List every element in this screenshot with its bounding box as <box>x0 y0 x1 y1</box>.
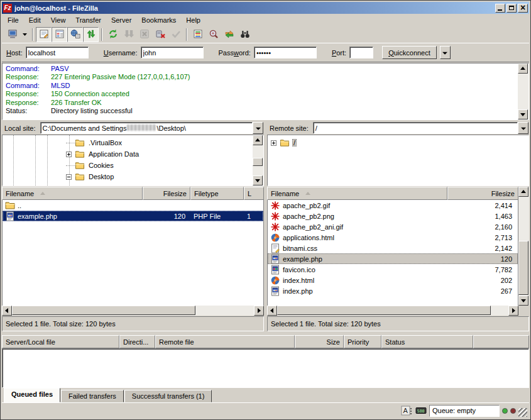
speed-limits-icon[interactable]: 580 <box>415 406 427 416</box>
host-input[interactable] <box>26 47 89 58</box>
filter-button[interactable] <box>190 27 205 42</box>
scroll-left-button[interactable] <box>2 306 12 316</box>
file-row-index-html[interactable]: index.html202 <box>268 275 518 285</box>
synchronized-browsing-button[interactable] <box>221 27 237 42</box>
column-header-filesize[interactable]: Filesize <box>447 187 518 200</box>
queue-column-remote-file[interactable]: Remote file <box>155 335 295 348</box>
file-row-applications-html[interactable]: applications.html2,713 <box>268 232 518 243</box>
queue-column-size[interactable]: Size <box>295 335 344 348</box>
local-list-hscrollbar[interactable] <box>2 306 264 316</box>
scroll-down-button[interactable] <box>518 109 528 119</box>
scrollbar-thumb[interactable] <box>277 306 491 315</box>
queue-column-blank[interactable] <box>473 335 529 348</box>
tab-successful-transfers-1[interactable]: Successful transfers (1) <box>124 390 212 402</box>
password-input[interactable] <box>254 47 317 58</box>
file-row-[interactable]: .. <box>3 200 263 211</box>
find-files-button[interactable] <box>237 27 253 42</box>
local-tree-scrollbar[interactable] <box>253 135 263 185</box>
queue-column-server-local-file[interactable]: Server/Local file <box>2 335 119 348</box>
file-row-example-php[interactable]: example.php120 <box>268 253 518 264</box>
file-row-apache-pb2-ani-gif[interactable]: apache_pb2_ani.gif2,160 <box>268 221 518 232</box>
queue-column-status[interactable]: Status <box>381 335 473 348</box>
tree-item-desktop[interactable]: Desktop <box>3 171 253 182</box>
scroll-up-button[interactable] <box>518 64 528 74</box>
scroll-right-button[interactable] <box>254 306 264 316</box>
tree-item-[interactable]: / <box>268 137 528 148</box>
scroll-down-button[interactable] <box>253 175 263 185</box>
column-header-l[interactable]: L <box>244 187 264 200</box>
collapse-icon[interactable] <box>66 174 72 180</box>
expand-icon[interactable] <box>66 152 72 157</box>
tree-item-label[interactable]: Application Data <box>87 150 140 158</box>
remote-site-dropdown-button[interactable] <box>518 122 528 134</box>
site-manager-dropdown-button[interactable] <box>20 27 30 42</box>
reconnect-button[interactable] <box>168 27 183 42</box>
resize-grip[interactable] <box>518 408 527 417</box>
column-header-filesize[interactable]: Filesize <box>143 187 190 200</box>
tab-queued-files[interactable]: Queued files <box>4 388 60 402</box>
menu-view[interactable]: View <box>46 15 71 25</box>
scroll-up-button[interactable] <box>253 135 263 145</box>
tree-item-virtualbox[interactable]: .VirtualBox <box>3 137 253 148</box>
find-icon <box>240 29 250 40</box>
column-header-filetype[interactable]: Filetype <box>190 187 244 200</box>
quickconnect-dropdown-button[interactable] <box>440 46 451 59</box>
file-row-example-php[interactable]: example.php120PHP File1 <box>3 211 263 221</box>
scrollbar-thumb[interactable] <box>12 306 195 315</box>
compare-button[interactable] <box>205 27 221 42</box>
file-row-apache-pb2-gif[interactable]: apache_pb2.gif2,414 <box>268 200 518 211</box>
tab-failed-transfers[interactable]: Failed transfers <box>61 390 124 402</box>
file-row-bitnami-css[interactable]: bitnami.css2,142 <box>268 243 518 253</box>
menu-server[interactable]: Server <box>106 15 136 25</box>
local-site-combobox[interactable]: C:\Documents and Settings\Desktop\ <box>40 122 263 134</box>
scrollbar-thumb[interactable] <box>253 158 263 166</box>
file-row-apache-pb2-png[interactable]: apache_pb2.png1,463 <box>268 211 518 221</box>
disconnect-button[interactable] <box>152 27 168 42</box>
message-log-scrollbar[interactable] <box>518 64 528 119</box>
scroll-up-button[interactable] <box>518 187 528 197</box>
tree-item-cookies[interactable]: Cookies <box>3 160 253 171</box>
cancel-operation-button[interactable] <box>136 27 152 42</box>
menu-transfer[interactable]: Transfer <box>70 15 106 25</box>
refresh-button[interactable] <box>105 27 121 42</box>
file-name-cell: favicon.ico <box>268 265 448 275</box>
expand-icon[interactable] <box>271 140 276 146</box>
process-queue-button[interactable] <box>121 27 136 42</box>
local-site-dropdown-button[interactable] <box>253 122 263 134</box>
scroll-left-button[interactable] <box>267 306 277 316</box>
remote-list-hscrollbar[interactable] <box>267 306 518 316</box>
file-row-index-php[interactable]: index.php267 <box>268 285 518 296</box>
file-row-favicon-ico[interactable]: favicon.ico7,782 <box>268 264 518 275</box>
remote-site-combobox[interactable]: / <box>313 122 528 134</box>
maximize-button[interactable] <box>506 4 517 13</box>
menu-help[interactable]: Help <box>181 15 205 25</box>
scroll-down-button[interactable] <box>518 296 528 306</box>
toggle-message-log-button[interactable] <box>36 27 52 42</box>
menu-edit[interactable]: Edit <box>24 15 46 25</box>
column-header-filename[interactable]: Filename <box>267 187 447 200</box>
scroll-right-button[interactable] <box>508 306 518 316</box>
minimize-button[interactable] <box>495 4 505 13</box>
menu-bookmarks[interactable]: Bookmarks <box>136 15 181 25</box>
toggle-local-tree-button[interactable] <box>52 27 67 42</box>
scrollbar-thumb[interactable] <box>518 241 528 295</box>
tree-item-label[interactable]: .VirtualBox <box>87 139 123 146</box>
site-manager-button[interactable] <box>4 27 20 42</box>
username-label: Username: <box>104 49 138 57</box>
transfer-type-indicator-icon[interactable]: A <box>400 406 412 416</box>
close-button[interactable] <box>518 4 528 13</box>
quickconnect-button[interactable]: Quickconnect <box>382 46 437 59</box>
username-input[interactable] <box>141 47 204 58</box>
tree-item-label[interactable]: Desktop <box>87 173 115 180</box>
column-header-filename[interactable]: Filename <box>2 187 143 200</box>
tree-item-label[interactable]: Cookies <box>87 162 115 169</box>
remote-list-scrollbar[interactable] <box>518 187 529 306</box>
port-input[interactable] <box>349 47 373 58</box>
queue-column-priority[interactable]: Priority <box>344 335 381 348</box>
tree-item-label[interactable]: / <box>292 139 297 146</box>
menu-file[interactable]: File <box>3 15 24 25</box>
toggle-transfer-queue-button[interactable] <box>83 27 99 42</box>
queue-column-directi[interactable]: Directi... <box>119 335 155 348</box>
toggle-remote-tree-button[interactable] <box>67 27 83 42</box>
tree-item-application-data[interactable]: Application Data <box>3 148 253 160</box>
